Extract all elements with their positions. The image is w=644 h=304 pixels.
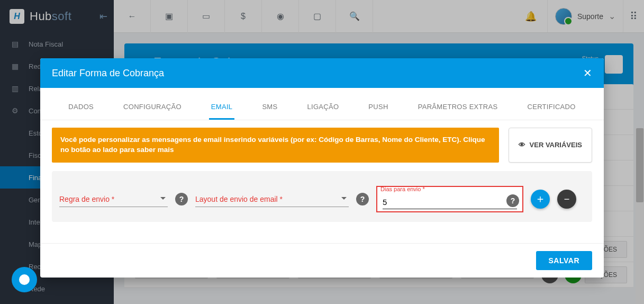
tab-config[interactable]: CONFIGURAÇÃO (121, 97, 184, 120)
add-rule-button[interactable]: ＋ (531, 190, 550, 209)
tab-sms[interactable]: SMS (260, 97, 279, 120)
email-rule-row: Regra de envio * ? Layout de envio de em… (52, 171, 592, 222)
modal-tabs: DADOS CONFIGURAÇÃO EMAIL SMS LIGAÇÃO PUS… (40, 88, 604, 120)
help-icon[interactable]: ? (175, 193, 188, 205)
modal-header: Editar Forma de Cobrança ✕ (40, 58, 604, 88)
dias-envio-input[interactable] (383, 190, 517, 209)
chat-widget[interactable] (12, 267, 37, 292)
chevron-down-icon (341, 197, 347, 202)
ver-variaveis-button[interactable]: 👁 VER VARIÁVEIS (509, 128, 592, 163)
tab-push[interactable]: PUSH (366, 97, 390, 120)
save-button[interactable]: SALVAR (536, 251, 592, 270)
tab-certificado[interactable]: CERTIFICADO (525, 97, 577, 120)
remove-rule-button[interactable]: － (557, 190, 576, 209)
regra-envio-select[interactable]: Regra de envio * (59, 191, 168, 207)
hint-text: Você pode personalizar as mensagens de e… (52, 128, 499, 163)
tab-ligacao[interactable]: LIGAÇÃO (305, 97, 341, 120)
tab-dados[interactable]: DADOS (66, 97, 96, 120)
var-button-label: VER VARIÁVEIS (530, 141, 582, 149)
tab-email[interactable]: EMAIL (209, 97, 235, 120)
field-label: Dias para envio * (380, 186, 425, 192)
eye-icon: 👁 (519, 141, 525, 149)
chevron-down-icon (160, 197, 166, 202)
modal-title: Editar Forma de Cobrança (52, 68, 164, 79)
chat-icon (19, 274, 30, 285)
modal-edit-cobranca: Editar Forma de Cobrança ✕ DADOS CONFIGU… (40, 58, 604, 278)
tab-parametros[interactable]: PARÂMETROS EXTRAS (416, 97, 500, 120)
help-icon[interactable]: ? (506, 194, 519, 207)
close-icon[interactable]: ✕ (583, 67, 592, 79)
help-icon[interactable]: ? (356, 193, 369, 205)
layout-email-select[interactable]: Layout de envio de email * (195, 191, 349, 207)
modal-footer: SALVAR (40, 243, 604, 278)
dias-envio-field: Dias para envio * ? (376, 186, 523, 212)
